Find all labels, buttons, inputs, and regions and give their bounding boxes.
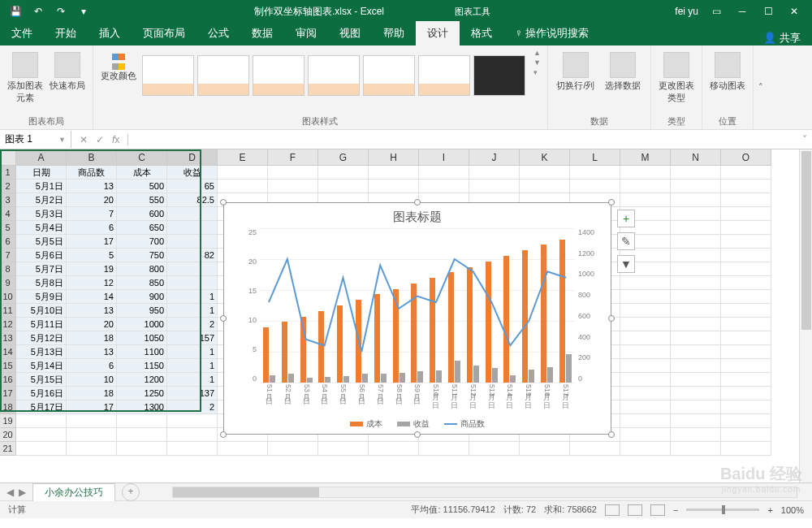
cell[interactable] bbox=[16, 414, 67, 428]
cell[interactable] bbox=[318, 166, 369, 180]
cell[interactable] bbox=[620, 166, 671, 180]
cell[interactable] bbox=[520, 180, 570, 193]
cell[interactable] bbox=[318, 442, 369, 456]
cell[interactable] bbox=[721, 193, 771, 207]
row-header[interactable]: 3 bbox=[0, 193, 16, 207]
cell[interactable] bbox=[167, 221, 218, 235]
zoom-level[interactable]: 100% bbox=[781, 505, 804, 515]
cell[interactable] bbox=[620, 304, 671, 318]
select-all-corner[interactable] bbox=[0, 149, 16, 166]
cell[interactable] bbox=[167, 262, 218, 276]
cell[interactable]: 5月14日 bbox=[16, 359, 67, 373]
cell[interactable]: 5月11日 bbox=[16, 318, 67, 331]
cell[interactable] bbox=[167, 442, 218, 456]
tab-home[interactable]: 开始 bbox=[44, 21, 88, 45]
cell[interactable] bbox=[671, 414, 721, 428]
cancel-icon[interactable]: ✕ bbox=[80, 134, 88, 145]
row-header[interactable]: 17 bbox=[0, 387, 16, 400]
cell[interactable]: 1000 bbox=[117, 318, 167, 331]
cell[interactable]: 65 bbox=[167, 180, 218, 193]
cell[interactable] bbox=[469, 442, 520, 456]
cell[interactable] bbox=[721, 290, 771, 304]
cell[interactable]: 17 bbox=[67, 400, 117, 414]
cell[interactable] bbox=[671, 400, 721, 414]
column-header[interactable]: G bbox=[318, 149, 369, 166]
chart-style-thumb[interactable] bbox=[308, 55, 360, 96]
row-header[interactable]: 20 bbox=[0, 428, 16, 442]
cell[interactable]: 1 bbox=[167, 304, 218, 318]
column-header[interactable]: O bbox=[721, 149, 771, 166]
resize-handle[interactable] bbox=[220, 199, 227, 206]
cell[interactable] bbox=[16, 442, 67, 456]
cell[interactable]: 收益 bbox=[167, 166, 218, 180]
cell[interactable]: 6 bbox=[67, 359, 117, 373]
cell[interactable] bbox=[721, 304, 771, 318]
resize-handle[interactable] bbox=[414, 431, 421, 438]
cell[interactable]: 1 bbox=[167, 359, 218, 373]
cell[interactable] bbox=[620, 442, 671, 456]
row-header[interactable]: 16 bbox=[0, 373, 16, 387]
cell[interactable] bbox=[721, 331, 771, 345]
cell[interactable]: 5月3日 bbox=[16, 207, 67, 221]
maximize-icon[interactable]: ☐ bbox=[760, 6, 776, 17]
cell[interactable] bbox=[721, 180, 771, 193]
column-header[interactable]: M bbox=[620, 149, 671, 166]
cell[interactable] bbox=[620, 400, 671, 414]
cell[interactable] bbox=[671, 207, 721, 221]
add-chart-element-button[interactable]: 添加图表元素 bbox=[6, 49, 44, 104]
cell[interactable]: 157 bbox=[167, 331, 218, 345]
cell[interactable]: 成本 bbox=[117, 166, 167, 180]
cell[interactable]: 850 bbox=[117, 276, 167, 290]
column-header[interactable]: K bbox=[520, 149, 570, 166]
row-header[interactable]: 10 bbox=[0, 290, 16, 304]
column-header[interactable]: D bbox=[167, 149, 218, 166]
cell[interactable]: 13 bbox=[67, 180, 117, 193]
cell[interactable] bbox=[721, 235, 771, 249]
column-header[interactable]: C bbox=[117, 149, 167, 166]
cell[interactable] bbox=[671, 359, 721, 373]
cell[interactable]: 20 bbox=[67, 318, 117, 331]
cell[interactable] bbox=[117, 428, 167, 442]
switch-rowcol-button[interactable]: 切换行/列 bbox=[555, 49, 597, 92]
chart-style-thumb[interactable] bbox=[142, 55, 194, 96]
cell[interactable] bbox=[721, 249, 771, 262]
row-header[interactable]: 14 bbox=[0, 345, 16, 359]
cell[interactable] bbox=[570, 180, 620, 193]
tab-help[interactable]: 帮助 bbox=[372, 21, 416, 45]
cell[interactable]: 12 bbox=[67, 276, 117, 290]
collapse-ribbon-icon[interactable]: ˄ bbox=[754, 45, 768, 129]
tab-insert[interactable]: 插入 bbox=[88, 21, 132, 45]
cell[interactable]: 日期 bbox=[16, 166, 67, 180]
cell[interactable] bbox=[671, 290, 721, 304]
cell[interactable] bbox=[671, 221, 721, 235]
cell[interactable] bbox=[671, 318, 721, 331]
cell[interactable]: 550 bbox=[117, 193, 167, 207]
row-header[interactable]: 1 bbox=[0, 166, 16, 180]
cell[interactable]: 700 bbox=[117, 235, 167, 249]
cell[interactable] bbox=[520, 442, 570, 456]
cell[interactable]: 1300 bbox=[117, 400, 167, 414]
cell[interactable] bbox=[671, 276, 721, 290]
cell[interactable] bbox=[67, 442, 117, 456]
row-header[interactable]: 21 bbox=[0, 442, 16, 456]
cell[interactable] bbox=[318, 180, 369, 193]
column-header[interactable]: F bbox=[268, 149, 318, 166]
page-layout-view-button[interactable] bbox=[628, 504, 642, 516]
close-icon[interactable]: ✕ bbox=[786, 6, 802, 17]
cell[interactable] bbox=[721, 414, 771, 428]
cell[interactable]: 1250 bbox=[117, 387, 167, 400]
cell[interactable]: 19 bbox=[67, 262, 117, 276]
cell[interactable] bbox=[620, 359, 671, 373]
cell[interactable] bbox=[16, 428, 67, 442]
cell[interactable] bbox=[419, 166, 469, 180]
cell[interactable] bbox=[67, 414, 117, 428]
expand-formula-icon[interactable]: ˅ bbox=[797, 134, 812, 145]
tab-file[interactable]: 文件 bbox=[0, 21, 44, 45]
cell[interactable] bbox=[268, 166, 318, 180]
cell[interactable] bbox=[620, 345, 671, 359]
cell[interactable]: 750 bbox=[117, 249, 167, 262]
column-header[interactable]: A bbox=[16, 149, 67, 166]
column-header[interactable]: B bbox=[67, 149, 117, 166]
undo-icon[interactable]: ↶ bbox=[32, 6, 44, 17]
cell[interactable] bbox=[620, 276, 671, 290]
